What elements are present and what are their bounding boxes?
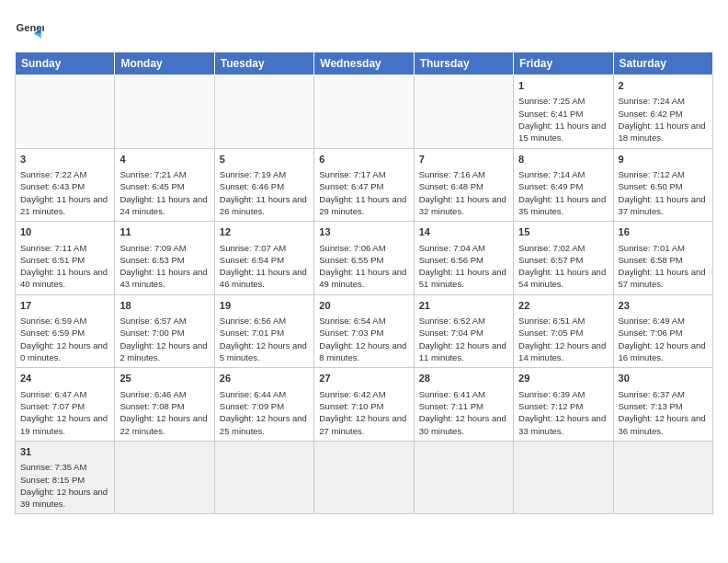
calendar-day-cell: 8Sunrise: 7:14 AM Sunset: 6:49 PM Daylig… (514, 148, 613, 222)
calendar-day-cell (514, 441, 613, 514)
day-info: Sunrise: 6:54 AM Sunset: 7:03 PM Dayligh… (319, 315, 408, 363)
day-number: 31 (20, 445, 109, 459)
calendar-day-cell: 21Sunrise: 6:52 AM Sunset: 7:04 PM Dayli… (414, 294, 513, 368)
day-info: Sunrise: 7:09 AM Sunset: 6:53 PM Dayligh… (119, 242, 209, 291)
day-info: Sunrise: 7:16 AM Sunset: 6:48 PM Dayligh… (419, 168, 508, 217)
day-info: Sunrise: 6:47 AM Sunset: 7:07 PM Dayligh… (20, 388, 109, 437)
day-info: Sunrise: 7:17 AM Sunset: 6:47 PM Dayligh… (319, 168, 408, 217)
day-info: Sunrise: 6:51 AM Sunset: 7:05 PM Dayligh… (518, 315, 608, 363)
day-info: Sunrise: 7:35 AM Sunset: 8:15 PM Dayligh… (20, 461, 109, 510)
calendar-day-cell (214, 75, 313, 149)
logo: General (15, 15, 48, 44)
day-number: 29 (518, 372, 608, 385)
calendar-day-cell: 10Sunrise: 7:11 AM Sunset: 6:51 PM Dayli… (16, 222, 115, 295)
day-info: Sunrise: 6:59 AM Sunset: 6:59 PM Dayligh… (20, 315, 109, 363)
day-number: 25 (119, 372, 209, 385)
day-number: 10 (20, 225, 109, 239)
calendar-header: SundayMondayTuesdayWednesdayThursdayFrid… (16, 52, 713, 75)
day-info: Sunrise: 6:52 AM Sunset: 7:04 PM Dayligh… (419, 315, 508, 363)
day-info: Sunrise: 7:14 AM Sunset: 6:49 PM Dayligh… (518, 168, 608, 217)
day-number: 18 (119, 299, 209, 313)
calendar-day-cell: 25Sunrise: 6:46 AM Sunset: 7:08 PM Dayli… (115, 368, 214, 442)
day-info: Sunrise: 6:39 AM Sunset: 7:12 PM Dayligh… (518, 388, 608, 437)
day-number: 30 (619, 372, 708, 385)
day-number: 13 (319, 225, 408, 239)
calendar-day-cell: 19Sunrise: 6:56 AM Sunset: 7:01 PM Dayli… (214, 294, 313, 368)
day-number: 5 (220, 153, 309, 167)
day-number: 28 (419, 372, 508, 385)
day-info: Sunrise: 7:06 AM Sunset: 6:55 PM Dayligh… (319, 242, 408, 291)
calendar-day-cell: 28Sunrise: 6:41 AM Sunset: 7:11 PM Dayli… (414, 368, 513, 442)
day-number: 9 (619, 153, 708, 167)
day-number: 22 (518, 299, 608, 313)
calendar-day-cell: 13Sunrise: 7:06 AM Sunset: 6:55 PM Dayli… (314, 222, 414, 295)
calendar-day-cell: 7Sunrise: 7:16 AM Sunset: 6:48 PM Daylig… (414, 148, 513, 222)
calendar-day-cell (16, 75, 115, 149)
calendar-day-cell: 14Sunrise: 7:04 AM Sunset: 6:56 PM Dayli… (414, 222, 513, 295)
calendar-day-cell (613, 441, 712, 514)
day-info: Sunrise: 6:49 AM Sunset: 7:06 PM Dayligh… (619, 315, 708, 363)
calendar-day-cell: 30Sunrise: 6:37 AM Sunset: 7:13 PM Dayli… (613, 368, 712, 442)
day-number: 6 (319, 153, 408, 167)
day-info: Sunrise: 7:22 AM Sunset: 6:43 PM Dayligh… (20, 168, 109, 217)
logo-icon: General (15, 15, 44, 44)
day-number: 11 (119, 225, 209, 239)
weekday-row: SundayMondayTuesdayWednesdayThursdayFrid… (16, 52, 713, 75)
calendar-day-cell: 26Sunrise: 6:44 AM Sunset: 7:09 PM Dayli… (214, 368, 313, 442)
day-number: 19 (220, 299, 309, 313)
calendar-day-cell: 15Sunrise: 7:02 AM Sunset: 6:57 PM Dayli… (514, 222, 613, 295)
calendar-day-cell: 9Sunrise: 7:12 AM Sunset: 6:50 PM Daylig… (613, 148, 712, 222)
day-info: Sunrise: 7:01 AM Sunset: 6:58 PM Dayligh… (619, 242, 708, 291)
calendar-week-row: 17Sunrise: 6:59 AM Sunset: 6:59 PM Dayli… (16, 294, 713, 368)
calendar-day-cell (414, 441, 513, 514)
calendar-day-cell: 22Sunrise: 6:51 AM Sunset: 7:05 PM Dayli… (514, 294, 613, 368)
day-info: Sunrise: 6:44 AM Sunset: 7:09 PM Dayligh… (220, 388, 309, 437)
calendar-day-cell (115, 441, 214, 514)
calendar-day-cell: 1Sunrise: 7:25 AM Sunset: 6:41 PM Daylig… (514, 75, 613, 149)
day-number: 8 (518, 153, 608, 167)
day-info: Sunrise: 7:12 AM Sunset: 6:50 PM Dayligh… (619, 168, 708, 217)
calendar-day-cell: 24Sunrise: 6:47 AM Sunset: 7:07 PM Dayli… (16, 368, 115, 442)
weekday-header: Sunday (16, 52, 115, 75)
day-info: Sunrise: 6:37 AM Sunset: 7:13 PM Dayligh… (619, 388, 708, 437)
day-number: 27 (319, 372, 408, 385)
calendar-day-cell: 18Sunrise: 6:57 AM Sunset: 7:00 PM Dayli… (115, 294, 214, 368)
day-info: Sunrise: 6:42 AM Sunset: 7:10 PM Dayligh… (319, 388, 408, 437)
day-number: 16 (619, 225, 708, 239)
day-info: Sunrise: 7:19 AM Sunset: 6:46 PM Dayligh… (220, 168, 309, 217)
day-number: 2 (619, 79, 708, 93)
calendar-day-cell: 16Sunrise: 7:01 AM Sunset: 6:58 PM Dayli… (613, 222, 712, 295)
day-info: Sunrise: 7:21 AM Sunset: 6:45 PM Dayligh… (119, 168, 209, 217)
calendar-day-cell: 20Sunrise: 6:54 AM Sunset: 7:03 PM Dayli… (314, 294, 414, 368)
calendar-week-row: 10Sunrise: 7:11 AM Sunset: 6:51 PM Dayli… (16, 222, 713, 295)
calendar-day-cell (214, 441, 313, 514)
day-info: Sunrise: 7:07 AM Sunset: 6:54 PM Dayligh… (220, 242, 309, 291)
day-info: Sunrise: 7:02 AM Sunset: 6:57 PM Dayligh… (518, 242, 608, 291)
calendar-day-cell: 27Sunrise: 6:42 AM Sunset: 7:10 PM Dayli… (314, 368, 414, 442)
day-info: Sunrise: 7:24 AM Sunset: 6:42 PM Dayligh… (619, 95, 708, 144)
calendar-day-cell (314, 441, 414, 514)
calendar-day-cell: 17Sunrise: 6:59 AM Sunset: 6:59 PM Dayli… (16, 294, 115, 368)
calendar-day-cell: 29Sunrise: 6:39 AM Sunset: 7:12 PM Dayli… (514, 368, 613, 442)
calendar-day-cell: 2Sunrise: 7:24 AM Sunset: 6:42 PM Daylig… (613, 75, 712, 149)
calendar-day-cell (115, 75, 214, 149)
calendar-day-cell (314, 75, 414, 149)
calendar-week-row: 24Sunrise: 6:47 AM Sunset: 7:07 PM Dayli… (16, 368, 713, 442)
weekday-header: Wednesday (314, 52, 414, 75)
day-info: Sunrise: 7:25 AM Sunset: 6:41 PM Dayligh… (518, 95, 608, 144)
calendar-day-cell: 5Sunrise: 7:19 AM Sunset: 6:46 PM Daylig… (214, 148, 313, 222)
calendar-week-row: 3Sunrise: 7:22 AM Sunset: 6:43 PM Daylig… (16, 148, 713, 222)
day-number: 17 (20, 299, 109, 313)
day-info: Sunrise: 6:46 AM Sunset: 7:08 PM Dayligh… (119, 388, 209, 437)
svg-marker-2 (34, 34, 41, 39)
day-info: Sunrise: 7:11 AM Sunset: 6:51 PM Dayligh… (20, 242, 109, 291)
weekday-header: Tuesday (214, 52, 313, 75)
day-number: 3 (20, 153, 109, 167)
day-info: Sunrise: 6:57 AM Sunset: 7:00 PM Dayligh… (119, 315, 209, 363)
calendar-day-cell (414, 75, 513, 149)
day-number: 4 (119, 153, 209, 167)
day-info: Sunrise: 6:56 AM Sunset: 7:01 PM Dayligh… (220, 315, 309, 363)
day-number: 12 (220, 225, 309, 239)
calendar-week-row: 1Sunrise: 7:25 AM Sunset: 6:41 PM Daylig… (16, 75, 713, 149)
day-info: Sunrise: 7:04 AM Sunset: 6:56 PM Dayligh… (419, 242, 508, 291)
